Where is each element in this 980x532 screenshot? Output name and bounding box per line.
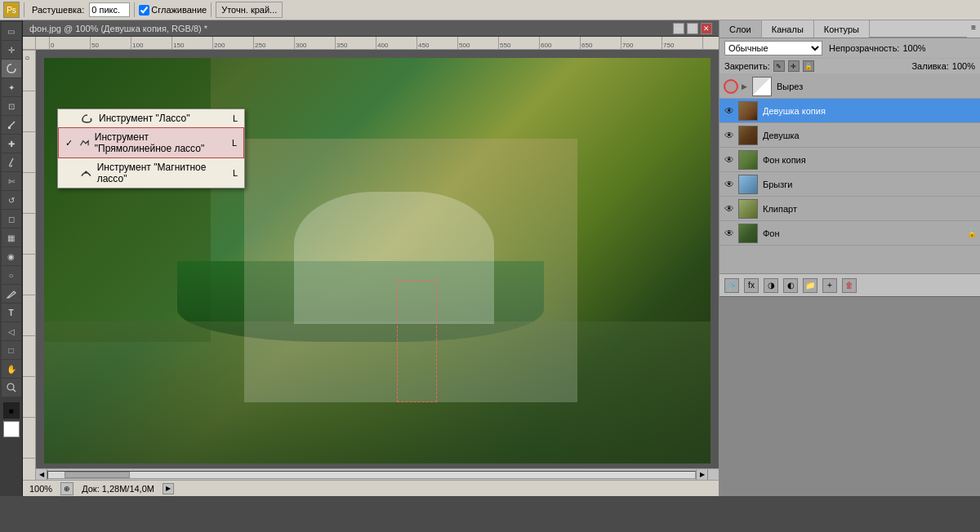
scroll-left-btn[interactable]: ◀ — [36, 469, 47, 481]
blend-mode-select[interactable]: Обычные — [724, 41, 822, 55]
history-brush-btn[interactable]: ↺ — [2, 191, 21, 209]
doc-info-btn[interactable]: ▶ — [163, 483, 174, 494]
lock-all-btn[interactable]: 🔒 — [803, 60, 814, 72]
layer-fon-vis[interactable]: 👁 — [723, 227, 736, 240]
lasso-icon — [81, 113, 94, 123]
brush-btn[interactable] — [2, 153, 21, 171]
v-ruler-mark: 0 — [24, 56, 31, 60]
layer-item-klipart[interactable]: 👁 Клипарт — [719, 197, 980, 221]
red-circle-indicator — [724, 79, 738, 94]
adjustment-layer-btn[interactable]: ◐ — [783, 278, 798, 293]
refine-edge-button[interactable]: Уточн. край... — [216, 2, 283, 18]
layer-item-vyrez[interactable]: ▶ Вырез — [719, 74, 980, 99]
lock-label: Закрепить: — [724, 61, 770, 71]
path-select-btn[interactable]: ◁ — [2, 322, 21, 340]
magnetic-lasso-icon — [80, 168, 92, 178]
healing-btn[interactable]: ✚ — [2, 135, 21, 153]
zoom-fit-btn[interactable]: ⊕ — [60, 482, 74, 495]
lasso-regular-label: Инструмент "Лассо" — [99, 113, 189, 124]
layer-brygi-vis[interactable]: 👁 — [723, 178, 736, 191]
group-layers-btn[interactable]: 📁 — [803, 278, 817, 293]
opacity-value: 100% — [902, 43, 925, 53]
right-panel-preview-area — [719, 296, 980, 496]
layer-mask-btn[interactable]: ◑ — [764, 278, 778, 293]
link-layers-btn[interactable]: 🔗 — [724, 278, 739, 293]
smooth-checkbox[interactable] — [139, 5, 149, 16]
layer-fon-lock-icon: 🔒 — [967, 228, 977, 237]
crop-btn[interactable]: ⊡ — [2, 97, 21, 115]
panel-menu-btn[interactable]: ≡ — [967, 20, 980, 38]
scroll-corner — [707, 469, 719, 481]
lasso-magnetic-label: Инструмент "Магнитное лассо" — [97, 162, 228, 184]
ruler-row: 0 50 100 150 200 250 300 350 400 450 500… — [23, 37, 719, 50]
separator-1 — [24, 2, 24, 17]
fill-value: 100% — [952, 61, 975, 71]
type-btn[interactable]: T — [2, 304, 21, 321]
layer-item-fon-kopiya[interactable]: 👁 Фон копия — [719, 148, 980, 172]
hand-btn[interactable]: ✋ — [2, 360, 21, 378]
ruler-mark-50: 50 — [91, 42, 99, 49]
magic-wand-btn[interactable]: ✦ — [2, 78, 21, 96]
smooth-checkbox-area: Сглаживание — [139, 5, 207, 16]
shape-btn[interactable]: □ — [2, 341, 21, 359]
eyedropper-btn[interactable] — [2, 116, 21, 134]
lasso-tool-dropdown: Инструмент "Лассо" L ✓ Инструмент "Прямо… — [57, 109, 245, 188]
lock-pixels-btn[interactable]: ✎ — [773, 60, 785, 72]
eraser-btn[interactable]: ◻ — [2, 210, 21, 228]
tab-layers[interactable]: Слои — [719, 20, 762, 38]
layer-devushka-kopiya-vis[interactable]: 👁 — [723, 104, 736, 117]
layer-brygi-thumb — [738, 175, 758, 194]
layer-vyrez-thumb — [752, 77, 772, 96]
delete-layer-btn[interactable]: 🗑 — [842, 278, 857, 293]
lasso-tool-btn[interactable] — [2, 60, 21, 78]
foreground-color-btn[interactable]: ■ — [3, 402, 20, 419]
ruler-mark-750: 750 — [663, 42, 674, 49]
layer-item-devushka-kopiya[interactable]: 👁 Девушка копия — [719, 99, 980, 123]
lock-position-btn[interactable]: ✛ — [788, 60, 800, 72]
top-toolbar: Ps Растушевка: Сглаживание Уточн. край..… — [0, 0, 980, 20]
selection-tool-btn[interactable]: ▭ — [2, 22, 21, 40]
horizontal-scrollbar[interactable]: ◀ ▶ — [36, 468, 719, 480]
layer-item-fon[interactable]: 👁 Фон 🔒 — [719, 221, 980, 246]
gradient-btn[interactable]: ▦ — [2, 228, 21, 246]
status-bar: 100% ⊕ Док: 1,28М/14,0М ▶ — [23, 480, 719, 496]
feather-input[interactable] — [89, 2, 130, 17]
lasso-polygonal-key: L — [232, 138, 237, 148]
tab-channels[interactable]: Каналы — [762, 20, 814, 38]
new-layer-btn[interactable]: + — [822, 278, 837, 293]
ruler-mark-450: 450 — [418, 42, 429, 49]
ruler-mark-650: 650 — [581, 42, 592, 49]
lasso-polygonal-item[interactable]: ✓ Инструмент "Прямолинейное лассо" L — [58, 127, 244, 158]
lasso-magnetic-item[interactable]: Инструмент "Магнитное лассо" L — [58, 158, 244, 188]
zoom-btn[interactable] — [2, 379, 21, 397]
horizontal-ruler: 0 50 100 150 200 250 300 350 400 450 500… — [36, 37, 719, 50]
lasso-magnetic-key: L — [233, 168, 238, 178]
layer-fx-btn[interactable]: fx — [744, 278, 759, 293]
tab-paths[interactable]: Контуры — [814, 20, 870, 38]
move-tool-btn[interactable]: ✛ — [2, 41, 21, 59]
svg-point-4 — [85, 171, 87, 173]
background-color-btn[interactable]: □ — [3, 421, 20, 437]
blur-btn[interactable]: ◉ — [2, 247, 21, 265]
lasso-regular-item[interactable]: Инструмент "Лассо" L — [58, 109, 244, 127]
minimize-button[interactable]: ─ — [673, 23, 684, 34]
layer-devushka-vis[interactable]: 👁 — [723, 129, 736, 142]
close-button[interactable]: ✕ — [701, 23, 712, 34]
ruler-mark-150: 150 — [173, 42, 184, 49]
layer-fon-kopiya-vis[interactable]: 👁 — [723, 153, 736, 166]
layer-item-brygi[interactable]: 👁 Брызги — [719, 172, 980, 197]
pen-btn[interactable] — [2, 285, 21, 303]
scrollbar-track-h[interactable] — [47, 471, 696, 479]
scroll-right-btn[interactable]: ▶ — [696, 469, 707, 481]
scrollbar-thumb-h[interactable] — [65, 472, 130, 478]
layers-bottom-bar: 🔗 fx ◑ ◐ 📁 + 🗑 — [719, 273, 980, 296]
layer-item-devushka[interactable]: 👁 Девушка — [719, 123, 980, 148]
layer-klipart-vis[interactable]: 👁 — [723, 202, 736, 215]
clone-stamp-btn[interactable]: ✄ — [2, 172, 21, 190]
layer-vyrez-arrow: ▶ — [742, 82, 750, 91]
restore-button[interactable]: □ — [687, 23, 698, 34]
layer-devushka-name: Девушка — [760, 131, 977, 140]
lasso-regular-key: L — [233, 113, 238, 123]
dodge-btn[interactable]: ○ — [2, 266, 21, 284]
layer-devushka-kopiya-name: Девушка копия — [760, 106, 977, 116]
